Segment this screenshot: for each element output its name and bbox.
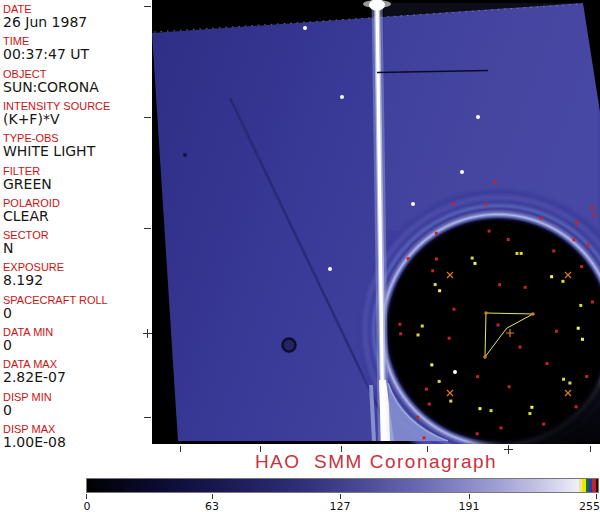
- marker-dot: [435, 232, 438, 235]
- metadata-field: SPACECRAFT ROLL0: [3, 294, 151, 321]
- bottom-axis-center-mark: [504, 445, 513, 454]
- metadata-value: 1.00E-08: [3, 435, 151, 450]
- colorbar-tick: [212, 494, 213, 499]
- marker-dot: [428, 403, 431, 406]
- coronagraph-scene: [152, 0, 600, 444]
- marker-dot: [575, 405, 578, 408]
- marker-dot: [591, 300, 594, 303]
- marker-dot: [476, 432, 479, 435]
- marker-dot: [490, 409, 493, 412]
- marker-dot: [540, 217, 543, 220]
- marker-dot: [398, 323, 401, 326]
- marker-dot: [471, 257, 474, 260]
- marker-dot: [430, 363, 433, 366]
- marker-dot: [425, 388, 428, 391]
- marker-dot: [416, 416, 419, 419]
- left-axis-tick: [144, 228, 151, 229]
- metadata-field: SECTORN: [3, 229, 151, 256]
- colorbar-label-0: 0: [80, 500, 94, 512]
- star-dot: [340, 95, 344, 99]
- marker-dot: [407, 257, 410, 260]
- bottom-axis-tick: [590, 446, 591, 452]
- marker-dot: [542, 423, 545, 426]
- metadata-field: DISP MAX1.00E-08: [3, 423, 151, 450]
- polygon-vertex-dot: [483, 355, 486, 358]
- metadata-panel: DATE26 Jun 1987TIME00:37:47 UTOBJECTSUN:…: [0, 0, 152, 444]
- colorbar-tick: [596, 494, 597, 499]
- marker-dot: [438, 380, 441, 383]
- marker-dot: [524, 286, 527, 289]
- coronagraph-viewer-window: DATE26 Jun 1987TIME00:37:47 UTOBJECTSUN:…: [0, 0, 600, 512]
- metadata-value: 0: [3, 306, 151, 321]
- marker-dot: [421, 325, 424, 328]
- marker-dot: [519, 346, 522, 349]
- metadata-field: INTENSITY SOURCE(K+F)*V: [3, 100, 151, 127]
- marker-dot: [552, 250, 555, 253]
- bottom-axis-tick: [341, 446, 342, 452]
- corner-shadow: [432, 360, 600, 444]
- metadata-value: 8.192: [3, 273, 151, 288]
- metadata-value: WHITE LIGHT: [3, 144, 151, 159]
- colorbar-tick: [340, 494, 341, 499]
- marker-dot: [546, 362, 549, 365]
- marker-dot: [562, 378, 565, 381]
- metadata-field: OBJECTSUN:CORONA: [3, 68, 151, 95]
- marker-dot: [579, 304, 582, 307]
- marker-dot: [485, 203, 488, 206]
- colorbar-tick: [86, 494, 87, 499]
- marker-dot: [581, 338, 584, 341]
- colorbar-tick: [469, 494, 470, 499]
- left-axis-tick: [144, 6, 151, 7]
- metadata-label: DATA MIN: [3, 326, 151, 338]
- marker-dot: [507, 238, 510, 241]
- colorbar-label-191: 191: [448, 500, 490, 512]
- metadata-value: SUN:CORONA: [3, 80, 151, 95]
- metadata-value: 0: [3, 403, 151, 418]
- metadata-label: POLAROID: [3, 197, 151, 209]
- star-dot: [460, 170, 464, 174]
- marker-dot: [499, 426, 502, 429]
- marker-dot: [577, 327, 580, 330]
- star-dot: [411, 202, 415, 206]
- marker-dot: [555, 330, 558, 333]
- marker-dot: [572, 238, 575, 241]
- metadata-field: DATA MAX2.82E-07: [3, 358, 151, 385]
- marker-dot: [550, 275, 553, 278]
- metadata-field: TIME00:37:47 UT: [3, 35, 151, 62]
- colorbar: [86, 478, 599, 493]
- metadata-field: FILTERGREEN: [3, 165, 151, 192]
- marker-dot: [494, 180, 497, 183]
- metadata-value: 2.82E-07: [3, 370, 151, 385]
- star-dot: [328, 267, 332, 271]
- marker-dot: [530, 406, 533, 409]
- metadata-value: 0: [3, 338, 151, 353]
- polygon-vertex-dot: [484, 311, 487, 314]
- bottom-axis-tick: [260, 446, 261, 452]
- marker-dot: [488, 230, 491, 233]
- metadata-value: 00:37:47 UT: [3, 47, 151, 62]
- marker-dot: [592, 213, 595, 216]
- colorbar-label-255: 255: [558, 500, 600, 512]
- metadata-label: OBJECT: [3, 68, 151, 80]
- metadata-field: DISP MIN0: [3, 391, 151, 418]
- marker-dot: [438, 289, 441, 292]
- bottom-axis-tick: [427, 446, 428, 452]
- marker-dot: [452, 308, 455, 311]
- polygon-vertex-dot: [531, 312, 534, 315]
- marker-dot: [422, 436, 425, 439]
- marker-dot: [508, 385, 511, 388]
- marker-dot: [515, 252, 518, 255]
- star-dot: [476, 115, 480, 119]
- metadata-label: SPACECRAFT ROLL: [3, 294, 151, 306]
- marker-dot: [449, 400, 452, 403]
- coronagraph-image: [152, 0, 600, 444]
- marker-dot: [498, 283, 501, 286]
- metadata-field: DATA MIN0: [3, 326, 151, 353]
- colorbar-label-127: 127: [319, 500, 361, 512]
- marker-dot: [580, 265, 583, 268]
- marker-dot: [561, 280, 564, 283]
- marker-dot: [568, 382, 571, 385]
- metadata-field: TYPE-OBSWHITE LIGHT: [3, 132, 151, 159]
- image-caption: HAO SMM Coronagraph: [152, 451, 600, 473]
- left-axis-tick: [144, 117, 151, 118]
